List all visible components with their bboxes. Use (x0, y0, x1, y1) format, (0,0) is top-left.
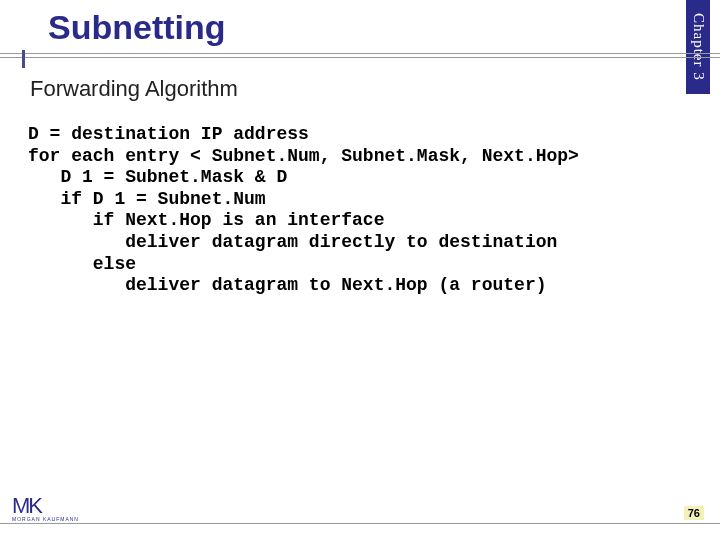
page-number: 76 (684, 506, 704, 520)
footer: MK MORGAN KAUFMANN 76 (0, 523, 720, 528)
logo-subtext: MORGAN KAUFMANN (12, 516, 79, 522)
divider-bottom (0, 523, 720, 524)
algorithm-code: D = destination IP address for each entr… (28, 124, 720, 297)
title-tick-mark (22, 50, 25, 68)
divider-top-1 (0, 53, 720, 54)
logo-mark: MK (12, 497, 41, 515)
publisher-logo: MK MORGAN KAUFMANN (12, 497, 79, 522)
slide-title: Subnetting (48, 8, 720, 47)
slide: Chapter 3 Subnetting Forwarding Algorith… (0, 0, 720, 540)
section-subtitle: Forwarding Algorithm (30, 76, 720, 102)
title-area: Subnetting (0, 0, 720, 58)
logo-text: MK (12, 497, 41, 515)
divider-top-2 (0, 57, 720, 58)
